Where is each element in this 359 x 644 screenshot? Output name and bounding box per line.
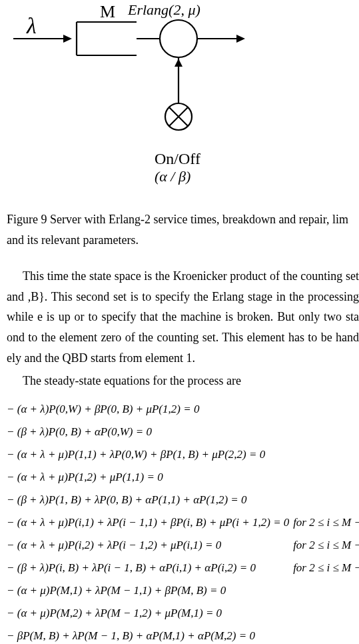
equation-row: − (α + λ + μ)P(1,1) + λP(0,W) + βP(1, B)… — [7, 443, 359, 466]
equation-row: − (β + λ)P(0, B) + αP(0,W) = 0 — [7, 421, 359, 443]
onoff-label: On/Off — [155, 150, 200, 168]
equation-condition: for 2 ≤ i ≤ M − — [293, 557, 359, 579]
equation-text: − βP(M, B) + λP(M − 1, B) + αP(M,1) + αP… — [7, 629, 255, 642]
equation-text: − (α + λ + μ)P(1,2) + μP(1,1) = 0 — [7, 471, 163, 483]
equation-text: − (α + μ)P(M,2) + λP(M − 1,2) + μP(M,1) … — [7, 607, 222, 619]
equation-row: − (β + λ)P(i, B) + λP(i − 1, B) + αP(i,1… — [7, 557, 359, 579]
svg-marker-10 — [175, 59, 182, 67]
queueing-diagram: λ M Erlang(2, μ) On/Off (α / β) — [0, 0, 359, 193]
equation-row: − (α + λ)P(0,W) + βP(0, B) + μP(1,2) = 0 — [7, 398, 359, 421]
buffer-label: M — [100, 2, 115, 22]
paragraph-2: The steady-state equations for the proce… — [0, 371, 359, 391]
paragraph-1: This time the state space is the Kroenic… — [0, 266, 359, 368]
equation-row: − (α + λ + μ)P(i,1) + λP(i − 1,1) + βP(i… — [7, 511, 359, 534]
equation-row: − (α + μ)P(M,1) + λP(M − 1,1) + βP(M, B)… — [7, 579, 359, 602]
equations-block: − (α + λ)P(0,W) + βP(0, B) + μP(1,2) = 0… — [0, 398, 359, 644]
equation-row: − βP(M, B) + λP(M − 1, B) + αP(M,1) + αP… — [7, 625, 359, 644]
equation-text: − (α + λ + μ)P(i,2) + λP(i − 1,2) + μP(i… — [7, 539, 221, 551]
equation-text: − (α + λ)P(0,W) + βP(0, B) + μP(1,2) = 0 — [7, 403, 199, 415]
equation-text: − (β + λ)P(i, B) + λP(i − 1, B) + αP(i,1… — [7, 561, 256, 574]
equation-condition: for 2 ≤ i ≤ M − — [293, 534, 359, 557]
equation-text: − (β + λ)P(1, B) + λP(0, B) + αP(1,1) + … — [7, 493, 247, 506]
svg-point-6 — [160, 20, 197, 57]
equation-text: − (α + λ + μ)P(1,1) + λP(0,W) + βP(1, B)… — [7, 448, 265, 461]
equation-text: − (α + μ)P(M,1) + λP(M − 1,1) + βP(M, B)… — [7, 584, 226, 597]
svg-marker-8 — [236, 35, 245, 43]
lambda-label: λ — [27, 13, 37, 39]
equation-row: − (α + λ + μ)P(i,2) + λP(i − 1,2) + μP(i… — [7, 534, 359, 557]
diagram-svg — [0, 0, 280, 193]
equation-row: − (β + λ)P(1, B) + λP(0, B) + αP(1,1) + … — [7, 489, 359, 511]
equation-row: − (α + λ + μ)P(1,2) + μP(1,1) = 0 — [7, 466, 359, 489]
equation-text: − (β + λ)P(0, B) + αP(0,W) = 0 — [7, 425, 152, 438]
service-label: Erlang(2, μ) — [128, 1, 200, 19]
figure-caption: Figure 9 Server with Erlang-2 service ti… — [0, 209, 359, 250]
alpha-beta-label: (α / β) — [155, 168, 190, 185]
equation-condition: for 2 ≤ i ≤ M − — [293, 511, 359, 534]
equation-row: − (α + μ)P(M,2) + λP(M − 1,2) + μP(M,1) … — [7, 602, 359, 625]
equation-text: − (α + λ + μ)P(i,1) + λP(i − 1,1) + βP(i… — [7, 516, 289, 529]
svg-marker-1 — [63, 35, 72, 43]
